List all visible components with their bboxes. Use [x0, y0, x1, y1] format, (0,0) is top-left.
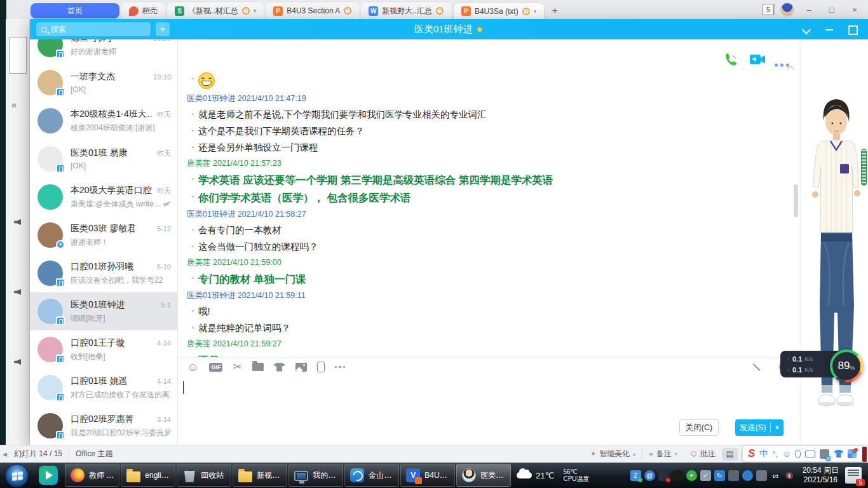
- tab-caret-icon[interactable]: ▾: [254, 8, 257, 14]
- conversation-item[interactable]: 医类01班钟进 5-1 嗯嗯[呲牙]: [30, 292, 177, 330]
- contact-avatar[interactable]: [37, 146, 63, 172]
- smart-beautify-button[interactable]: ✦智能美化▴: [584, 449, 642, 459]
- taskbar-item-firefox[interactable]: 教师 …: [65, 464, 119, 487]
- wps-tab[interactable]: 稻壳: [121, 3, 165, 19]
- weather-widget[interactable]: 21℃: [512, 471, 559, 480]
- soft-keyboard-icon[interactable]: [805, 451, 815, 458]
- expand-input-icon[interactable]: [752, 362, 763, 372]
- conversation-item[interactable]: 鲸鱼与狮子 20:26 好的谢谢老师: [30, 39, 177, 64]
- wps-close-button[interactable]: ×: [846, 5, 863, 15]
- contact-avatar[interactable]: [37, 108, 63, 133]
- storage-cube-icon[interactable]: [658, 470, 669, 481]
- taskbar-item-wps[interactable]: V B4U…: [400, 464, 455, 487]
- qq-maximize-button[interactable]: [848, 25, 857, 34]
- tencent-video-icon[interactable]: [39, 466, 58, 485]
- sogou-logo-icon[interactable]: S: [748, 447, 755, 460]
- usb-ok-icon[interactable]: ✓: [700, 470, 711, 481]
- taskbar-clock[interactable]: 20:54 周日 2021/5/16: [797, 466, 844, 485]
- wps-tab[interactable]: S《新视..材汇总▾: [167, 3, 264, 19]
- wps-tab[interactable]: PB4U3Sa (txt)▾: [453, 3, 545, 19]
- qq-show-character[interactable]: [801, 39, 868, 445]
- send-image-icon[interactable]: [295, 361, 307, 374]
- wps-tab[interactable]: 首页: [31, 3, 119, 18]
- normal-view-button[interactable]: ▤: [722, 448, 738, 461]
- contact-avatar[interactable]: ★: [37, 222, 63, 248]
- notification-board-icon[interactable]: 5: [845, 467, 862, 484]
- performance-gauge[interactable]: 89%: [830, 349, 863, 383]
- clothes-icon[interactable]: [274, 361, 285, 374]
- collapse-panel-icon[interactable]: «: [11, 99, 17, 110]
- comments-button[interactable]: 🗨批注: [684, 449, 722, 459]
- document-count-badge[interactable]: 5: [763, 4, 774, 15]
- sender-name[interactable]: 唐美莲: [187, 258, 211, 267]
- antivirus-shield-icon[interactable]: +: [686, 470, 697, 481]
- qq-show-scrollbar[interactable]: [861, 149, 867, 186]
- tab-caret-icon[interactable]: ▾: [534, 8, 537, 15]
- punctuation-toggle[interactable]: °,: [772, 449, 778, 459]
- qq-penguin-icon[interactable]: [672, 470, 683, 481]
- conversation-item[interactable]: 口腔01班 姚遥 4-14 对方已成功接收了你发送的离…: [30, 369, 177, 407]
- power-plug-icon[interactable]: [756, 470, 767, 481]
- qq-titlebar[interactable]: 搜索 + 医类01班钟进 ★: [30, 19, 868, 39]
- contact-avatar[interactable]: [37, 299, 63, 324]
- taskbar-item-qqav[interactable]: 医类…: [456, 464, 511, 487]
- wps-account-avatar[interactable]: [780, 3, 794, 17]
- browser-at-icon[interactable]: @: [644, 470, 655, 481]
- emoji-picker-icon[interactable]: ☺: [187, 361, 199, 374]
- new-tab-button[interactable]: +: [546, 3, 563, 19]
- message-input[interactable]: [178, 376, 800, 416]
- pc-manager-shield-icon[interactable]: [742, 470, 753, 481]
- emoji-panel-icon[interactable]: ☺: [782, 449, 790, 459]
- send-options-caret[interactable]: ▼: [771, 424, 783, 431]
- cpu-temp-widget[interactable]: 56℃ CPU温度: [559, 468, 593, 482]
- wps-tab[interactable]: PB4U3 Section A: [266, 3, 359, 19]
- network-signal-icon[interactable]: ᔕ: [770, 470, 781, 481]
- login-account-icon[interactable]: [820, 449, 829, 459]
- contact-avatar[interactable]: [37, 184, 63, 210]
- sync-arrow-icon[interactable]: ↻: [714, 470, 725, 481]
- sender-name[interactable]: 医类01班钟进: [187, 94, 235, 103]
- conversation-item[interactable]: 口腔01班孙羽曦 5-10 应该没有全扣吧，我学号22: [30, 254, 177, 292]
- video-call-button[interactable]: [749, 53, 766, 66]
- taskbar-item-folderic[interactable]: engli…: [121, 464, 175, 487]
- more-tools-icon[interactable]: [335, 361, 346, 374]
- conversation-item[interactable]: 一班李文杰 19:10 [OK]: [30, 64, 177, 102]
- contact-avatar[interactable]: [37, 39, 63, 57]
- voice-input-icon[interactable]: [795, 450, 801, 458]
- screenshot-scissors-icon[interactable]: ✂: [233, 361, 241, 374]
- conversation-item[interactable]: 本20级核类1-4班大… 昨天 核类2004班胡俊涛:[谢谢]: [30, 102, 177, 140]
- volume-muted-icon[interactable]: 🔇: [784, 470, 795, 481]
- qq-minimize-button[interactable]: [825, 25, 834, 34]
- sender-name[interactable]: 医类01班钟进: [187, 210, 235, 219]
- taskbar-item-computer[interactable]: 我的…: [288, 464, 343, 487]
- wps-minimize-button[interactable]: –: [801, 5, 817, 15]
- chat-scrollbar[interactable]: [794, 184, 798, 217]
- contact-avatar[interactable]: [37, 70, 63, 95]
- wps-maximize-button[interactable]: □: [824, 5, 840, 15]
- notes-button[interactable]: ≡备注▾: [642, 449, 683, 459]
- cn-en-toggle[interactable]: 中: [759, 448, 768, 459]
- taskbar-item-recycle[interactable]: 回收站: [177, 464, 231, 487]
- sender-name[interactable]: 医类01班钟进: [187, 291, 235, 300]
- voice-call-button[interactable]: [722, 53, 739, 66]
- gif-icon[interactable]: GIF: [209, 361, 222, 374]
- taskbar-item-kingsoft[interactable]: 金山…: [344, 464, 399, 487]
- send-file-folder-icon[interactable]: [252, 361, 264, 374]
- taskbar-item-folderic[interactable]: 新视…: [233, 464, 287, 487]
- toolbox-icon[interactable]: [848, 449, 857, 458]
- skin-icon[interactable]: [834, 450, 843, 458]
- search-input[interactable]: 搜索: [36, 22, 151, 36]
- conversation-item[interactable]: 本20级大学英语口腔 昨天 唐美莲:@全体成员 iwrite…: [30, 178, 177, 216]
- contact-avatar[interactable]: [37, 375, 63, 400]
- start-button[interactable]: [5, 464, 29, 487]
- contact-avatar[interactable]: [37, 337, 63, 362]
- sender-name[interactable]: 唐美莲: [187, 339, 211, 348]
- window-shake-icon[interactable]: [317, 361, 325, 374]
- add-contact-button[interactable]: +: [156, 22, 170, 36]
- usb-drive-icon[interactable]: [728, 470, 739, 481]
- conversation-item[interactable]: 医类01班 易康 昨天 [OK]: [30, 140, 177, 178]
- qq-expand-chevron-button[interactable]: [802, 25, 811, 34]
- wps-tab[interactable]: W新视野大..汇总: [361, 3, 451, 19]
- panel-left-arrow[interactable]: ◀: [3, 451, 8, 458]
- conversation-item[interactable]: ★ 医类03班 廖敏君 5-12 谢谢老师！: [30, 216, 177, 254]
